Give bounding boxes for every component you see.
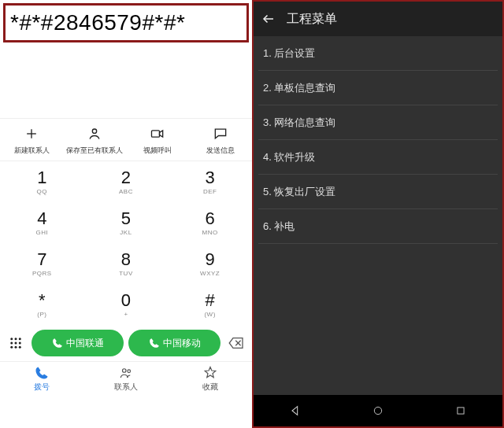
svg-point-16 bbox=[128, 369, 131, 372]
sub: PQRS bbox=[32, 270, 52, 277]
backspace-icon[interactable] bbox=[225, 337, 247, 349]
digit: 4 bbox=[37, 210, 46, 227]
key-9[interactable]: 9WXYZ bbox=[168, 243, 252, 284]
nav-label: 联系人 bbox=[114, 382, 138, 393]
display-wrap: *#*#2846579#*#* bbox=[0, 0, 252, 46]
sub: QQ bbox=[37, 188, 47, 195]
key-0[interactable]: 0+ bbox=[84, 284, 169, 325]
action-label: 新建联系人 bbox=[14, 146, 50, 156]
sub: ABC bbox=[119, 188, 133, 195]
svg-rect-19 bbox=[458, 408, 464, 414]
eng-item-2[interactable]: 2. 单板信息查询 bbox=[258, 71, 498, 105]
action-label: 视频呼叫 bbox=[143, 146, 172, 156]
sub: GHI bbox=[35, 229, 48, 236]
nav-contacts[interactable]: 联系人 bbox=[84, 362, 169, 396]
eng-item-4[interactable]: 4. 软件升级 bbox=[258, 140, 498, 175]
keypad: 1QQ 2ABC 3DEF 4GHI 5JKL 6MNO 7PQRS 8TUV … bbox=[0, 161, 252, 325]
svg-rect-3 bbox=[152, 131, 160, 137]
digit: 3 bbox=[206, 169, 215, 186]
nav-favorites[interactable]: 收藏 bbox=[168, 362, 252, 396]
keypad-toggle-icon[interactable] bbox=[5, 336, 27, 350]
sub: WXYZ bbox=[200, 270, 220, 277]
sub: (W) bbox=[204, 311, 215, 318]
sub: (P) bbox=[37, 311, 46, 318]
digit: 0 bbox=[121, 292, 131, 309]
message-icon bbox=[212, 125, 229, 142]
svg-point-4 bbox=[10, 338, 13, 340]
svg-point-8 bbox=[15, 342, 17, 345]
star-icon bbox=[203, 366, 217, 380]
key-hash[interactable]: #(W) bbox=[168, 284, 252, 325]
eng-item-5[interactable]: 5. 恢复出厂设置 bbox=[258, 175, 498, 209]
dialer-pane: *#*#2846579#*#* 新建联系人 保存至已有联系人 视频呼叫 发送信息… bbox=[0, 0, 252, 428]
back-icon[interactable] bbox=[261, 12, 276, 26]
eng-header: 工程菜单 bbox=[254, 2, 502, 36]
digit: 6 bbox=[206, 210, 215, 227]
person-icon bbox=[86, 125, 103, 142]
sub: TUV bbox=[119, 270, 133, 277]
sub: JKL bbox=[120, 229, 132, 236]
key-1[interactable]: 1QQ bbox=[0, 161, 84, 202]
phone-icon bbox=[52, 338, 63, 349]
svg-point-11 bbox=[15, 346, 17, 349]
nav-home-icon[interactable] bbox=[371, 404, 385, 418]
eng-title: 工程菜单 bbox=[287, 11, 337, 28]
eng-item-1[interactable]: 1. 后台设置 bbox=[258, 36, 498, 71]
svg-point-6 bbox=[19, 338, 21, 340]
svg-point-9 bbox=[19, 342, 21, 345]
phone-icon bbox=[149, 338, 160, 349]
svg-point-15 bbox=[123, 368, 127, 372]
nav-back-icon[interactable] bbox=[288, 404, 302, 418]
eng-item-6[interactable]: 6. 补电 bbox=[258, 209, 498, 244]
svg-point-7 bbox=[10, 342, 13, 345]
call-sim1-button[interactable]: 中国联通 bbox=[32, 330, 124, 356]
svg-point-10 bbox=[10, 346, 13, 349]
digit: 8 bbox=[121, 251, 131, 268]
sub: DEF bbox=[203, 188, 217, 195]
action-label: 保存至已有联系人 bbox=[66, 146, 123, 156]
save-contact-button[interactable]: 保存至已有联系人 bbox=[63, 119, 126, 160]
digit: 2 bbox=[121, 169, 131, 186]
spacer bbox=[0, 46, 252, 118]
key-8[interactable]: 8TUV bbox=[84, 243, 169, 284]
digit: 7 bbox=[37, 251, 46, 268]
key-6[interactable]: 6MNO bbox=[168, 202, 252, 243]
nav-recent-icon[interactable] bbox=[454, 404, 468, 418]
digit: 1 bbox=[37, 169, 46, 186]
key-7[interactable]: 7PQRS bbox=[0, 243, 84, 284]
nav-label: 拨号 bbox=[34, 382, 50, 393]
dial-display: *#*#2846579#*#* bbox=[3, 3, 249, 42]
call-sim2-button[interactable]: 中国移动 bbox=[128, 330, 220, 356]
call-label: 中国联通 bbox=[66, 337, 104, 350]
eng-item-3[interactable]: 3. 网络信息查询 bbox=[258, 105, 498, 140]
svg-point-5 bbox=[15, 338, 17, 340]
key-3[interactable]: 3DEF bbox=[168, 161, 252, 202]
bottom-nav: 拨号 联系人 收藏 bbox=[0, 361, 252, 396]
svg-point-12 bbox=[19, 346, 21, 349]
send-message-button[interactable]: 发送信息 bbox=[189, 119, 252, 160]
video-call-button[interactable]: 视频呼叫 bbox=[126, 119, 189, 160]
phone-icon bbox=[35, 366, 49, 380]
key-4[interactable]: 4GHI bbox=[0, 202, 84, 243]
people-icon bbox=[118, 366, 134, 380]
key-2[interactable]: 2ABC bbox=[84, 161, 169, 202]
digit: # bbox=[206, 292, 215, 309]
video-icon bbox=[149, 125, 166, 142]
sub: + bbox=[124, 311, 128, 318]
nav-dial[interactable]: 拨号 bbox=[0, 362, 84, 396]
plus-icon bbox=[23, 125, 40, 142]
digit: * bbox=[39, 292, 46, 309]
android-navbar bbox=[254, 395, 502, 426]
nav-label: 收藏 bbox=[202, 382, 218, 393]
digit: 5 bbox=[121, 210, 131, 227]
action-label: 发送信息 bbox=[206, 146, 235, 156]
key-5[interactable]: 5JKL bbox=[84, 202, 169, 243]
svg-point-18 bbox=[374, 407, 381, 414]
key-star[interactable]: *(P) bbox=[0, 284, 84, 325]
new-contact-button[interactable]: 新建联系人 bbox=[0, 119, 63, 160]
eng-menu-pane: 工程菜单 1. 后台设置 2. 单板信息查询 3. 网络信息查询 4. 软件升级… bbox=[252, 0, 504, 428]
sub: MNO bbox=[202, 229, 218, 236]
call-label: 中国移动 bbox=[163, 337, 201, 350]
svg-point-2 bbox=[92, 129, 96, 133]
eng-list: 1. 后台设置 2. 单板信息查询 3. 网络信息查询 4. 软件升级 5. 恢… bbox=[254, 36, 502, 395]
